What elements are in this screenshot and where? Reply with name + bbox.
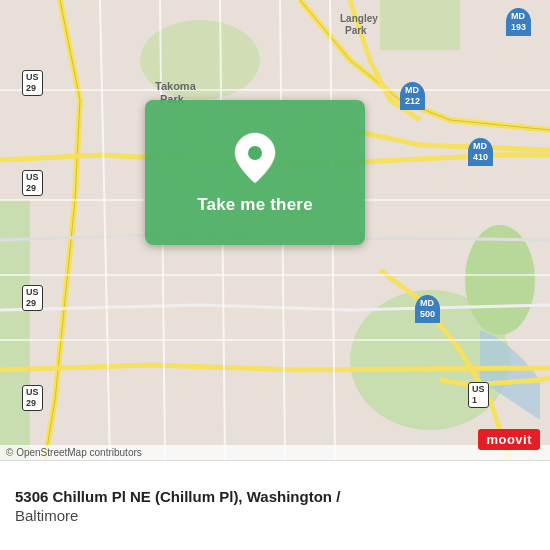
road-badge-us29-3: US29 xyxy=(22,285,43,311)
road-badge-us29-1: US29 xyxy=(22,70,43,96)
city-line: Baltimore xyxy=(15,507,535,524)
location-pin-icon xyxy=(233,131,277,185)
info-bar: 5306 Chillum Pl NE (Chillum Pl), Washing… xyxy=(0,460,550,550)
take-me-there-overlay[interactable]: Take me there xyxy=(145,100,365,245)
address-line: 5306 Chillum Pl NE (Chillum Pl), Washing… xyxy=(15,488,535,505)
road-badge-md193: MD193 xyxy=(506,8,531,36)
svg-point-19 xyxy=(247,145,263,161)
moovit-logo: moovit xyxy=(478,429,540,450)
road-badge-us1: US1 xyxy=(468,382,489,408)
road-badge-md212: MD212 xyxy=(400,82,425,110)
take-me-there-button[interactable]: Take me there xyxy=(197,195,313,215)
svg-rect-4 xyxy=(380,0,460,50)
road-badge-us29-2: US29 xyxy=(22,170,43,196)
map-container: Takoma Park Langley Park US29 US29 US29 … xyxy=(0,0,550,550)
svg-text:Langley: Langley xyxy=(340,13,378,24)
copyright-bar: © OpenStreetMap contributors xyxy=(0,445,550,460)
svg-point-5 xyxy=(465,225,535,335)
road-badge-md410: MD410 xyxy=(468,138,493,166)
svg-text:Park: Park xyxy=(345,25,367,36)
road-badge-us29-4: US29 xyxy=(22,385,43,411)
copyright-text: © OpenStreetMap contributors xyxy=(6,447,142,458)
road-badge-md500: MD500 xyxy=(415,295,440,323)
svg-text:Takoma: Takoma xyxy=(155,80,197,92)
